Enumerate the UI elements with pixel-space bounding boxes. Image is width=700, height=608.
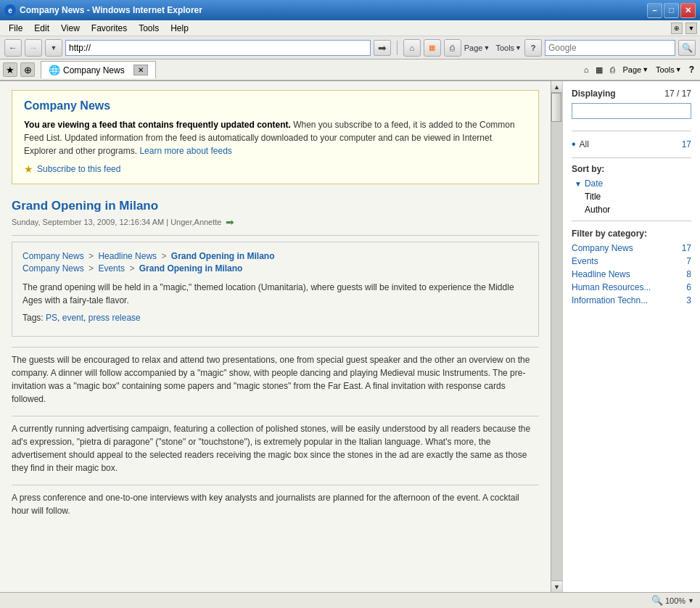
sort-title-item[interactable]: Title [572,190,691,203]
feed-description: You are viewing a feed that contains fre… [24,118,527,157]
breadcrumb-headline-news[interactable]: Headline News [98,251,157,261]
breadcrumb-events[interactable]: Events [98,263,125,274]
filter-it-link[interactable]: Information Techn... [572,295,648,305]
home-button[interactable]: ⌂ [403,39,421,57]
tab-close-button[interactable]: ✕ [133,65,148,75]
tools-menu[interactable]: Tools ▼ [495,44,522,52]
learn-more-link[interactable]: Learn more about feeds [139,146,231,156]
scroll-down-button[interactable]: ▼ [551,580,562,592]
breadcrumb-2: Company News > Events > Grand Opening in… [22,263,528,274]
separator [397,41,398,55]
maximize-button[interactable]: □ [664,3,679,18]
refresh-button[interactable]: ➡ [374,40,391,56]
all-count: 17 [682,139,691,149]
minimize-button[interactable]: – [647,3,662,18]
filter-it: Information Techn... 3 [572,294,691,307]
menu-favorites[interactable]: Favorites [86,22,133,35]
back-button[interactable]: ← [4,39,22,57]
article-divider [12,235,539,236]
zoom-control[interactable]: 🔍 100% ▼ [651,595,694,606]
page-toolbar-menu[interactable]: Page ▼ [619,64,651,75]
sep3: > [88,263,96,274]
article-meta: Sunday, September 13, 2009, 12:16:34 AM … [12,216,539,228]
company-news-tab[interactable]: 🌐 Company News ✕ [41,61,156,78]
article-meta-arrow: ➡ [226,216,234,228]
filter-company-news-link[interactable]: Company News [572,243,633,253]
search-input[interactable] [545,40,675,56]
print-toolbar-button[interactable]: ⎙ [607,64,618,75]
sidebar-all-row: • All 17 [572,136,691,153]
filter-human-resources: Human Resources... 6 [572,281,691,294]
zoom-dropdown-icon: ▼ [688,597,694,604]
displaying-count: 17 / 17 [664,89,691,99]
menu-view[interactable]: View [55,22,86,35]
subscribe-icon: ★ [24,163,33,175]
article-title-link[interactable]: Grand Opening in Milano [12,199,158,213]
article-body-1: The grand opening will be held in a "mag… [22,281,528,307]
favorites-icon[interactable]: ★ [3,62,17,77]
filter-company-news: Company News 17 [572,242,691,255]
window-title: Company News - Windows Internet Explorer [20,5,202,15]
help-toolbar-button[interactable]: ? [686,63,697,76]
sort-author-label: Author [585,205,610,215]
breadcrumb-grand-opening-2[interactable]: Grand Opening in Milano [139,263,243,274]
sidebar-displaying-row: Displaying 17 / 17 [572,89,691,99]
filter-hr-link[interactable]: Human Resources... [572,282,651,292]
filter-headline-news-link[interactable]: Headline News [572,269,630,279]
search-button[interactable]: 🔍 [678,40,696,56]
sort-section: Sort by: ▼ Date Title Author [572,164,691,216]
filter-events-link[interactable]: Events [572,256,598,266]
add-tab-icon[interactable]: ⊕ [20,62,35,77]
home-icon[interactable]: ⌂ [581,64,592,75]
article-body-4: A press conference and one-to-one interv… [12,491,539,517]
breadcrumb-company-news-1[interactable]: Company News [22,251,84,261]
subscribe-text: Subscribe to this feed [37,164,120,174]
sort-date-label: Date [585,178,603,189]
tag-press-release[interactable]: press release [88,313,141,323]
scroll-up-button[interactable]: ▲ [551,81,562,93]
scroll-thumb[interactable] [551,93,561,122]
forward-button[interactable]: → [25,39,42,57]
tab-icons: ★ ⊕ [3,62,35,77]
menu-help[interactable]: Help [165,22,194,35]
help-button[interactable]: ? [524,39,542,57]
all-label[interactable]: All [580,139,589,149]
main-area: Company News You are viewing a feed that… [0,81,700,592]
sep4: > [129,263,136,274]
sort-title-label: Title [585,192,601,202]
filter-section: Filter by category: Company News 17 Even… [572,229,691,307]
article-divider-3 [12,416,539,416]
rss-button[interactable]: ▦ [424,39,441,57]
filter-events: Events 7 [572,255,691,268]
sort-date[interactable]: ▼ Date [572,177,691,190]
sidebar-divider-2 [572,157,691,158]
tag-ps[interactable]: PS [46,313,57,323]
subscribe-link[interactable]: ★ Subscribe to this feed [24,163,527,175]
article-divider-2 [12,347,539,348]
tools-dropdown-icon: ▼ [675,66,682,73]
page-menu[interactable]: Page ▼ [464,44,490,52]
scroll-track[interactable] [551,93,562,580]
filter-headline-news-count: 8 [686,269,691,279]
tools-label: Tools [656,65,675,74]
menu-file[interactable]: File [3,22,28,35]
print-button[interactable]: ⎙ [444,39,461,57]
address-input[interactable] [65,40,371,56]
tools-toolbar-menu[interactable]: Tools ▼ [653,64,685,75]
sidebar-search-input[interactable] [572,103,691,119]
filter-company-news-count: 17 [682,243,691,253]
dropdown-button[interactable]: ▼ [45,39,62,57]
sort-title: Sort by: [572,164,691,174]
close-button[interactable]: ✕ [680,3,696,18]
menu-extra-icon[interactable]: ▼ [685,22,697,34]
article: Grand Opening in Milano Sunday, Septembe… [12,199,539,517]
menu-edit[interactable]: Edit [28,22,55,35]
menu-tools[interactable]: Tools [133,22,165,35]
breadcrumb-company-news-2[interactable]: Company News [22,263,84,274]
feed-title: Company News [24,99,527,112]
rss-toolbar-icon[interactable]: ▦ [593,64,606,76]
sort-author[interactable]: Author [572,203,691,216]
breadcrumb-grand-opening-1[interactable]: Grand Opening in Milano [171,251,275,261]
scrollbar[interactable]: ▲ ▼ [551,81,562,592]
tag-event[interactable]: event [62,313,83,323]
